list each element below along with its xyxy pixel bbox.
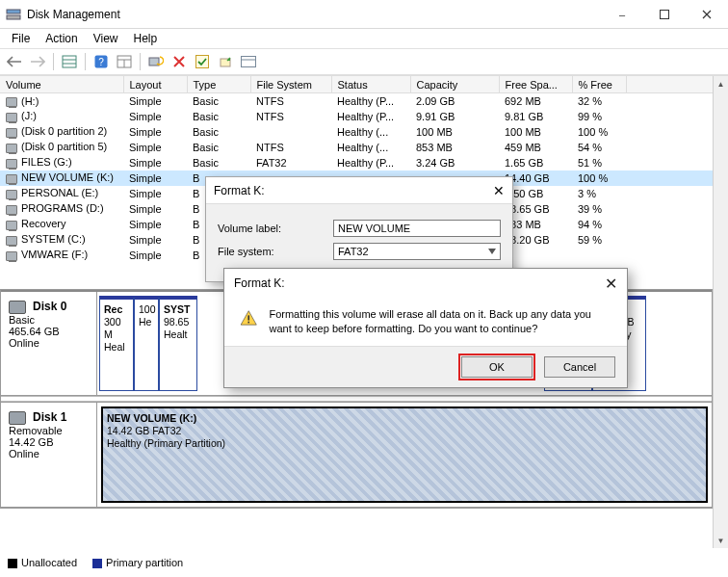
svg-rect-12 [196,56,209,68]
svg-rect-16 [247,315,249,320]
confirm-dialog-close-icon[interactable]: ✕ [605,275,617,293]
col-type[interactable]: Type [187,76,250,93]
table-row[interactable]: (Disk 0 partition 5)SimpleBasicNTFSHealt… [0,140,728,155]
warning-icon [240,309,257,340]
disk0-name: Disk 0 [33,300,66,313]
file-system-select[interactable]: FAT32 [333,243,501,260]
svg-rect-14 [242,57,256,67]
partition-status: Healthy (Primary Partition) [107,437,702,450]
confirm-dialog: Format K: ✕ Formatting this volume will … [223,268,628,388]
partition-name: NEW VOLUME (K:) [107,412,702,425]
back-button[interactable] [4,51,25,72]
volume-icon [6,159,17,169]
volume-label-label: Volume label: [218,223,333,234]
svg-rect-17 [247,322,249,324]
refresh-icon[interactable] [145,51,167,72]
disk0-kind: Basic [9,314,35,326]
volume-icon [6,128,17,138]
volume-icon [6,236,17,246]
legend-unallocated-swatch [8,559,17,568]
partition[interactable]: SYST98.65Healt [159,296,197,391]
menu-action[interactable]: Action [38,30,85,47]
volume-icon [6,251,17,261]
close-button[interactable] [686,0,728,29]
minimize-button[interactable]: – [601,0,643,29]
disk1-pane: Disk 1 Removable 14.42 GB Online NEW VOL… [1,402,712,508]
format-dialog-close-icon[interactable]: ✕ [493,183,505,198]
toolbar-list-icon[interactable] [114,51,135,72]
table-row[interactable]: (J:)SimpleBasicNTFSHealthy (P...9.91 GB9… [0,109,728,124]
svg-rect-3 [63,56,76,67]
disk1-size: 14.42 GB [9,436,53,448]
scroll-up-icon[interactable]: ▲ [714,76,728,92]
col-status[interactable]: Status [331,76,410,93]
help-icon[interactable]: ? [91,51,112,72]
confirm-dialog-titlebar[interactable]: Format K: ✕ [224,269,627,298]
menu-view[interactable]: View [86,30,126,47]
format-dialog-title: Format K: [214,184,265,197]
delete-icon[interactable] [169,51,190,72]
maximize-button[interactable] [643,0,686,29]
forward-button[interactable] [27,51,48,72]
volume-label-input[interactable] [333,220,501,237]
disk1-kind: Removable [9,425,63,436]
volume-icon [6,205,17,215]
format-dialog-titlebar[interactable]: Format K: ✕ [206,177,512,204]
cancel-button[interactable]: Cancel [544,356,615,378]
svg-text:?: ? [98,57,104,67]
disk-icon [9,411,26,425]
scroll-down-icon[interactable]: ▼ [714,533,728,548]
scroll-track[interactable] [714,92,728,533]
partition[interactable]: 100He [134,296,159,391]
toolbar-grid-icon[interactable] [59,51,80,72]
svg-rect-0 [7,10,20,13]
disk1-name: Disk 1 [33,410,66,424]
disk-icon [9,301,26,314]
disk1-label[interactable]: Disk 1 Removable 14.42 GB Online [1,403,97,507]
legend-primary-swatch [92,559,102,568]
volume-icon [6,113,17,122]
vertical-scrollbar[interactable]: ▲ ▼ [713,76,728,548]
legend-unallocated-label: Unallocated [21,557,77,568]
app-icon [6,7,21,22]
confirm-dialog-title: Format K: [234,276,285,290]
table-row[interactable]: FILES (G:)SimpleBasicFAT32Healthy (P...3… [0,155,728,170]
col-pctfree[interactable]: % Free [572,76,626,93]
menu-help[interactable]: Help [126,30,166,47]
partition-new-volume-k[interactable]: NEW VOLUME (K:) 14.42 GB FAT32 Healthy (… [101,407,708,503]
new-up-icon[interactable] [215,51,236,72]
confirm-message: Formatting this volume will erase all da… [269,307,611,340]
svg-rect-1 [7,15,20,19]
ok-button[interactable]: OK [461,356,533,378]
col-free[interactable]: Free Spa... [499,76,572,93]
disk1-state: Online [9,448,39,459]
legend-primary-label: Primary partition [106,557,183,568]
check-icon[interactable] [192,51,213,72]
disk1-partitions: NEW VOLUME (K:) 14.42 GB FAT32 Healthy (… [97,403,712,507]
table-row[interactable]: (Disk 0 partition 2)SimpleBasicHealthy (… [0,124,728,140]
col-volume[interactable]: Volume [0,76,123,93]
disk0-label[interactable]: Disk 0 Basic 465.64 GB Online [1,292,97,395]
menu-file[interactable]: File [4,30,38,47]
partition-info: 14.42 GB FAT32 [107,425,702,437]
disk0-state: Online [9,337,39,349]
table-row[interactable]: (H:)SimpleBasicNTFSHealthy (P...2.09 GB6… [0,93,728,109]
format-dialog: Format K: ✕ Volume label: File system: F… [205,176,513,282]
file-system-label: File system: [218,246,333,257]
volume-icon [6,144,17,153]
window-title: Disk Management [27,8,601,21]
legend: Unallocated Primary partition [8,552,183,573]
volume-icon [6,190,17,199]
col-filesystem[interactable]: File System [250,76,331,93]
menubar: File Action View Help [0,29,728,48]
col-capacity[interactable]: Capacity [410,76,499,93]
window-icon[interactable] [238,51,259,72]
column-header-row[interactable]: Volume Layout Type File System Status Ca… [0,76,728,93]
toolbar: ? [0,48,728,75]
col-layout[interactable]: Layout [123,76,187,93]
titlebar: Disk Management – [0,0,728,29]
partition[interactable]: Rec300 MHeal [99,296,134,391]
disk0-size: 465.64 GB [9,326,60,337]
volume-icon [6,97,17,107]
svg-rect-2 [661,10,669,18]
